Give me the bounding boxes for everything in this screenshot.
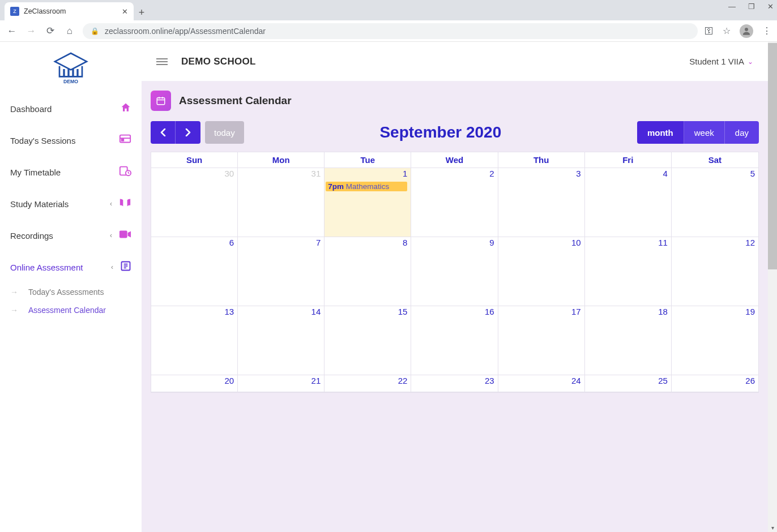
calendar-cell[interactable]: 5 xyxy=(672,168,758,237)
browser-tab[interactable]: Z ZeClassroom ✕ xyxy=(5,2,134,20)
calendar-cell[interactable]: 26 xyxy=(672,375,758,392)
calendar-cell[interactable]: 14 xyxy=(238,306,325,375)
home-button[interactable]: ⌂ xyxy=(63,25,76,37)
sidebar-item-today-s-sessions[interactable]: Today's Sessions xyxy=(0,125,142,156)
view-day-button[interactable]: day xyxy=(725,121,759,144)
calendar-cell[interactable]: 17 xyxy=(498,306,585,375)
calendar-cell[interactable]: 11 xyxy=(585,237,672,306)
sidebar-item-label: Online Assessment xyxy=(10,263,83,272)
calendar-cell[interactable]: 23 xyxy=(411,375,498,392)
date-number: 6 xyxy=(229,238,234,247)
date-number: 12 xyxy=(745,238,755,247)
address-bar: ← → ⟳ ⌂ 🔒 zeclassroom.online/app/Assessm… xyxy=(0,20,777,42)
today-button[interactable]: today xyxy=(205,121,244,144)
school-name: DEMO SCHOOL xyxy=(181,56,256,67)
calendar-cell[interactable]: 8 xyxy=(325,237,411,306)
sidebar-item-my-timetable[interactable]: My Timetable xyxy=(0,156,142,188)
calendar-cell[interactable]: 3 xyxy=(498,168,585,237)
date-number: 31 xyxy=(311,169,321,178)
calendar-cell[interactable]: 30 xyxy=(151,168,238,237)
sidebar-subitem-today-s-assessments[interactable]: →Today's Assessments xyxy=(0,283,142,301)
date-number: 24 xyxy=(571,376,581,385)
bookmark-star-icon[interactable]: ☆ xyxy=(723,25,731,36)
next-month-button[interactable] xyxy=(176,121,200,144)
date-number: 10 xyxy=(571,238,581,247)
sidebar-subitem-label: Assessment Calendar xyxy=(28,306,106,315)
sessions-icon xyxy=(119,134,131,148)
calendar-event[interactable]: 7pm Mathematics xyxy=(326,182,407,191)
calendar-cell[interactable]: 6 xyxy=(151,237,238,306)
calendar-cell[interactable]: 7 xyxy=(238,237,325,306)
date-number: 17 xyxy=(571,307,581,316)
calendar-cell[interactable]: 15 xyxy=(325,306,411,375)
calendar-toolbar: today September 2020 month week day xyxy=(151,121,759,144)
sidebar-item-label: Study Materials xyxy=(10,199,69,209)
calendar-cell[interactable]: 10 xyxy=(498,237,585,306)
menu-toggle-button[interactable] xyxy=(156,58,168,65)
calendar-cell[interactable]: 21 xyxy=(238,375,325,392)
day-header: Sun xyxy=(151,152,238,168)
url-text: zeclassroom.online/app/AssessmentCalenda… xyxy=(105,27,266,36)
calendar-cell[interactable]: 4 xyxy=(585,168,672,237)
calendar-cell[interactable]: 19 xyxy=(672,306,758,375)
browser-menu-icon[interactable]: ⋮ xyxy=(762,25,771,36)
sidebar-item-online-assessment[interactable]: Online Assessment ‹ xyxy=(0,251,142,283)
svg-rect-11 xyxy=(119,230,127,238)
calendar-cell[interactable]: 16 xyxy=(411,306,498,375)
chevron-left-icon: ‹ xyxy=(110,200,112,208)
sidebar: DEMO Dashboard Today's Sessions My Timet… xyxy=(0,42,142,532)
url-input[interactable]: 🔒 zeclassroom.online/app/AssessmentCalen… xyxy=(83,23,698,39)
calendar-cell[interactable]: 24 xyxy=(498,375,585,392)
back-button[interactable]: ← xyxy=(6,25,18,37)
date-number: 9 xyxy=(489,238,494,247)
user-dropdown[interactable]: Student 1 VIIA ⌄ xyxy=(689,57,753,66)
profile-avatar-icon[interactable] xyxy=(740,24,753,38)
calendar-cell[interactable]: 17pm Mathematics xyxy=(325,168,411,237)
scroll-down-icon[interactable]: ▾ xyxy=(768,523,777,532)
prev-month-button[interactable] xyxy=(151,121,176,144)
day-header: Tue xyxy=(325,152,411,168)
arrow-right-icon: → xyxy=(10,288,18,297)
calendar-grid: SunMonTueWedThuFriSat 303117pm Mathemati… xyxy=(151,152,759,393)
date-number: 1 xyxy=(403,169,407,178)
tab-close-icon[interactable]: ✕ xyxy=(122,7,128,16)
sidebar-subitem-assessment-calendar[interactable]: →Assessment Calendar xyxy=(0,301,142,319)
arrow-right-icon: → xyxy=(10,306,18,315)
view-week-button[interactable]: week xyxy=(684,121,725,144)
date-number: 25 xyxy=(658,376,668,385)
window-close-icon[interactable]: ✕ xyxy=(767,2,774,11)
date-number: 21 xyxy=(311,376,321,385)
view-month-button[interactable]: month xyxy=(637,121,684,144)
calendar-cell[interactable]: 2 xyxy=(411,168,498,237)
calendar-cell[interactable]: 25 xyxy=(585,375,672,392)
date-number: 8 xyxy=(403,238,407,247)
topbar: DEMO SCHOOL Student 1 VIIA ⌄ xyxy=(142,42,768,81)
calendar-cell[interactable]: 31 xyxy=(238,168,325,237)
forward-button[interactable]: → xyxy=(25,25,37,37)
calendar-cell[interactable]: 22 xyxy=(325,375,411,392)
key-icon[interactable]: ⚿ xyxy=(705,26,714,36)
sidebar-item-dashboard[interactable]: Dashboard xyxy=(0,93,142,125)
calendar-cell[interactable]: 12 xyxy=(672,237,758,306)
sidebar-item-study-materials[interactable]: Study Materials ‹ xyxy=(0,188,142,220)
tab-title: ZeClassroom xyxy=(24,7,66,15)
calendar-cell[interactable]: 13 xyxy=(151,306,238,375)
video-icon xyxy=(119,230,131,242)
day-header: Mon xyxy=(238,152,325,168)
new-tab-button[interactable]: + xyxy=(134,5,150,20)
window-minimize-icon[interactable]: — xyxy=(728,2,736,11)
calendar-cell[interactable]: 18 xyxy=(585,306,672,375)
calendar-cell[interactable]: 9 xyxy=(411,237,498,306)
reload-button[interactable]: ⟳ xyxy=(44,25,57,37)
date-number: 18 xyxy=(658,307,668,316)
scroll-thumb[interactable] xyxy=(768,43,777,269)
vertical-scrollbar[interactable]: ▾ xyxy=(768,42,777,532)
chevron-left-icon: ‹ xyxy=(110,231,112,239)
date-number: 11 xyxy=(658,238,668,247)
calendar-cell[interactable]: 20 xyxy=(151,375,238,392)
sidebar-item-recordings[interactable]: Recordings ‹ xyxy=(0,220,142,251)
page-title: Assessment Calendar xyxy=(179,95,292,107)
date-number: 2 xyxy=(489,169,494,178)
date-number: 23 xyxy=(485,376,494,385)
window-maximize-icon[interactable]: ❐ xyxy=(748,2,755,11)
